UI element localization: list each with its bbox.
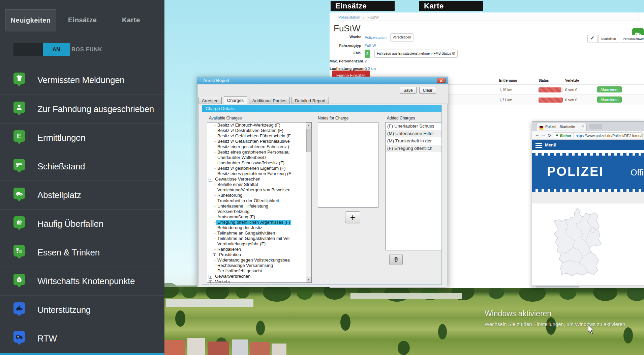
site-menu-label[interactable]: Menü	[545, 142, 556, 147]
notes-textarea[interactable]	[318, 122, 378, 208]
sidebar-item[interactable]: Häufig Überfallen	[0, 209, 164, 238]
charge-item[interactable]: Randalieren	[208, 247, 306, 252]
charge-item-label: Besitz v/ Gefälschten Personalauswe	[216, 139, 291, 144]
forward-icon[interactable]: →	[541, 132, 546, 137]
verschieben-button[interactable]: Verschieben	[390, 33, 413, 42]
charge-item[interactable]: Rechtswidrige Versammlung	[208, 263, 306, 268]
charge-item[interactable]: Besitz v/ Destruktiven Geräten (F)	[208, 128, 306, 133]
added-charge-item[interactable]: (F) Unerlaubter Schuss	[386, 122, 442, 130]
site-favicon	[540, 125, 543, 131]
charge-item[interactable]: Besitz v/ Gefälschten Personalauswe	[208, 139, 306, 144]
fahrzeugtyp-value-link[interactable]: FuStW	[365, 44, 376, 48]
charge-item[interactable]: Widerstand gegen Vollstreckungsbea	[208, 257, 306, 263]
charge-item[interactable]: Besitz einer gestohlenen Fahrlizenz (	[208, 144, 306, 149]
sidebar-item[interactable]: Schießstand	[0, 152, 164, 181]
browser-tab[interactable]: Polizei - Startseite ×	[536, 123, 587, 131]
charge-item[interactable]: Besitz v/ Einbruch-Werkzeug (F)	[208, 122, 306, 128]
wache-value-link[interactable]: Polizeistation	[365, 35, 387, 39]
tab-close-icon[interactable]: ×	[582, 124, 584, 129]
expand-icon[interactable]: +	[209, 275, 212, 279]
clear-button[interactable]: Clear	[419, 87, 436, 94]
added-charge-item[interactable]: (M) Trunkenheit in der	[386, 137, 442, 145]
tab-additional-parties[interactable]: Additional Parties	[249, 97, 290, 104]
reload-icon[interactable]	[547, 133, 551, 138]
breadcrumb-link[interactable]: Polizeistation	[338, 15, 360, 19]
charge-item[interactable]: Unerlaubter Waffenbesitz	[208, 155, 306, 160]
charge-item-label: Besitz v/ Einbruch-Werkzeug (F)	[216, 122, 281, 128]
expand-icon[interactable]: +	[209, 280, 212, 282]
tab-neuigkeiten[interactable]: Neuigkeiten	[5, 9, 56, 31]
sidebar-item[interactable]: $Wirtschafts Knotenpunkte	[0, 267, 164, 295]
sidebar-item[interactable]: RTW	[0, 324, 164, 353]
scroll-thumb[interactable]	[306, 129, 311, 152]
charge-item[interactable]: Unterlassene Hilfeleistung	[208, 203, 306, 209]
new-tab-button[interactable]	[589, 124, 602, 129]
fms-action-button[interactable]: Fahrzeug aus Einsatzdienst nehmen (FMS S…	[374, 50, 457, 58]
scrollbar[interactable]: ▲ ▼	[306, 122, 311, 282]
scroll-up-icon[interactable]: ▲	[306, 122, 311, 128]
added-charge-item[interactable]: (M) Unterlassene Hilfel	[386, 130, 442, 137]
alarmieren-button[interactable]: Alarmieren	[597, 86, 622, 92]
charge-item[interactable]: Besitz eines gestohlenen Fahrzeug (F	[208, 171, 306, 176]
charge-item[interactable]: Besitz v/ Gefälschten Führerschein (F	[208, 133, 306, 139]
bos-funk-toggle[interactable]: AN	[13, 43, 70, 56]
charge-item[interactable]: Erregung öffentlichen Ärgernisses (F)	[208, 220, 306, 225]
charge-item[interactable]: Ruhestörung	[208, 193, 306, 198]
entfernung-value: 1,71 km	[499, 98, 512, 102]
expand-icon[interactable]: +	[213, 253, 216, 257]
scroll-thumb[interactable]	[535, 286, 579, 288]
add-charge-button[interactable]: +	[345, 211, 360, 223]
tab-einsaetze[interactable]: Einsätze	[68, 16, 97, 24]
tree	[623, 327, 633, 344]
alarmieren-button[interactable]: Alarmieren	[597, 97, 622, 103]
sidebar-item[interactable]: Abstellplatz	[0, 181, 164, 209]
charge-item[interactable]: Beihilfe einer Straftat	[208, 182, 306, 187]
charge-item[interactable]: +Gewaltverbrechen	[208, 274, 306, 279]
sidebar-item[interactable]: Vermissten Meldungen	[0, 66, 164, 94]
charge-item[interactable]: Vernichtung/Verbergen von Beweisen	[208, 187, 306, 193]
charge-item[interactable]: Behinderung der Justiz	[208, 225, 306, 230]
added-charge-item[interactable]: (F) Erregung öffentlich	[386, 145, 442, 152]
charge-item[interactable]: Per Haftbefehl gesucht	[208, 268, 306, 274]
scroll-left-icon[interactable]: ◄	[532, 285, 534, 288]
charge-item[interactable]: −Gewaltlose Verbrechen	[208, 176, 306, 182]
personalzuweisung-button[interactable]: Personalzuweisung	[620, 35, 644, 43]
charge-item[interactable]: Besitz eines gestohlenen Personalau	[208, 149, 306, 155]
charge-item[interactable]: Trunkenheit in der Öffentlichkeit	[208, 198, 306, 203]
sidebar-item[interactable]: Zur Fahndung ausgeschrieben	[0, 94, 164, 123]
charge-item[interactable]: Unerlaubter Schusswaffebesitz (F)	[208, 160, 306, 166]
save-button[interactable]: Save	[400, 87, 417, 94]
menu-icon[interactable]	[535, 143, 542, 149]
charge-item[interactable]: Verdunkelungsgefahr (F)	[208, 241, 306, 247]
scroll-down-icon[interactable]: ▼	[306, 277, 311, 282]
charge-item[interactable]: Teilnahme an Gangaktivitäten mit Ver	[208, 236, 306, 241]
status-bar	[539, 98, 563, 103]
charge-item[interactable]: +Verkehr	[208, 279, 306, 282]
sidebar-item[interactable]: Unterstützung	[0, 295, 164, 324]
edit-button[interactable]	[587, 35, 597, 43]
charge-item-label: Amtsanmaßung (F)	[216, 214, 256, 219]
remove-charge-button[interactable]	[389, 254, 403, 265]
back-icon[interactable]: ←	[535, 132, 540, 137]
sidebar-item[interactable]: Essen & Trinken	[0, 238, 164, 267]
close-icon[interactable]	[437, 78, 446, 83]
sidebar-item-label: Zur Fahndung ausgeschrieben	[37, 95, 154, 124]
horizontal-scrollbar[interactable]: ◄	[532, 285, 644, 288]
page-tab-einsaetze[interactable]: Einsätze	[331, 1, 395, 11]
sidebar-item[interactable]: EErmittlungen	[0, 123, 164, 152]
charge-item[interactable]: Volksverhetzung	[208, 209, 306, 214]
collapse-icon[interactable]: −	[209, 178, 212, 182]
tab-karte[interactable]: Karte	[122, 16, 140, 24]
address-bar[interactable]: Sicher | https://www.polizei.de/Polizei/…	[553, 132, 643, 138]
charge-item[interactable]: Teilnahme an Gangaktivitäten	[208, 230, 306, 236]
charge-item-label: Vernichtung/Verbergen von Beweisen	[216, 187, 292, 192]
tab-arrestee[interactable]: Arrestee	[198, 97, 222, 104]
dialog-titlebar[interactable]: Arrest Report	[197, 77, 448, 84]
page-tab-karte[interactable]: Karte	[419, 1, 483, 11]
tab-charges[interactable]: Charges	[224, 96, 247, 104]
charge-item[interactable]: +Prostitution	[208, 252, 306, 257]
charge-item[interactable]: Besitz v/ gestohlenen Eigentum (F)	[208, 166, 306, 171]
charge-item[interactable]: Amtsanmaßung (F)	[208, 214, 306, 220]
statistiken-button[interactable]: Statistiken	[598, 35, 619, 43]
tab-detailed-report[interactable]: Detailed Report	[292, 97, 329, 104]
